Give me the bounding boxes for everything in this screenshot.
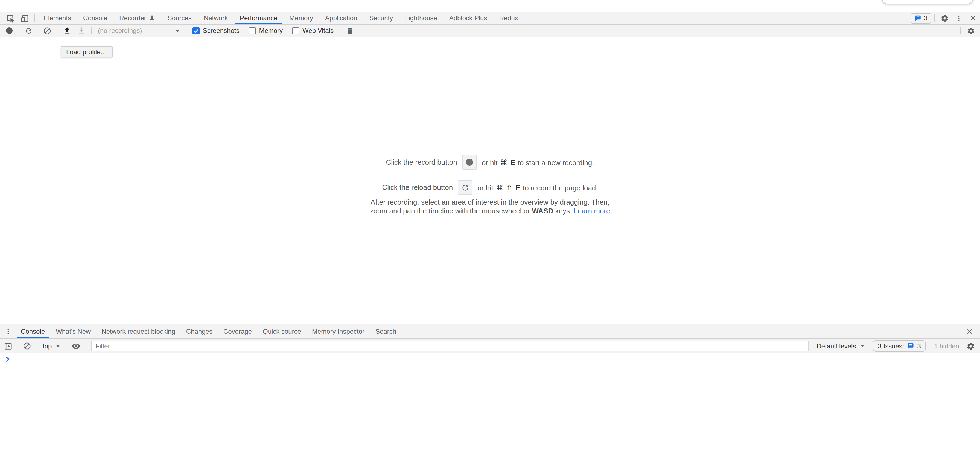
tab-adblock-plus[interactable]: Adblock Plus xyxy=(443,12,493,24)
close-devtools-icon[interactable] xyxy=(966,12,980,24)
clear-icon[interactable] xyxy=(40,25,54,37)
screenshots-checkbox-group[interactable]: Screenshots xyxy=(192,27,239,35)
tab-label: Application xyxy=(325,14,357,22)
record-button[interactable] xyxy=(2,25,16,37)
hidden-messages-count: 1 hidden xyxy=(934,342,959,350)
inspected-page-strip xyxy=(0,0,980,12)
reload-button-example xyxy=(458,180,473,195)
performance-panel: Click the record button or hit ⌘ E to st… xyxy=(0,37,980,324)
tab-redux[interactable]: Redux xyxy=(493,12,524,24)
divider xyxy=(929,342,929,350)
settings-gear-icon[interactable] xyxy=(937,12,951,24)
e-key: E xyxy=(515,183,520,192)
tab-console[interactable]: Console xyxy=(77,12,113,24)
tab-label: Network xyxy=(204,14,228,22)
live-expression-eye-icon[interactable] xyxy=(68,339,83,353)
tab-label: Quick source xyxy=(263,327,301,335)
empty-state-instructions: Click the record button or hit ⌘ E to st… xyxy=(0,155,980,215)
issues-button[interactable]: 3 xyxy=(911,13,931,23)
drawer-tab-network-request-blocking[interactable]: Network request blocking xyxy=(96,324,180,338)
divider xyxy=(186,27,186,35)
tab-label: Coverage xyxy=(223,327,252,335)
close-drawer-icon[interactable] xyxy=(963,324,977,338)
javascript-context-select[interactable]: top xyxy=(40,339,63,353)
drawer-tab-coverage[interactable]: Coverage xyxy=(218,324,257,338)
tab-label: Sources xyxy=(168,14,192,22)
shift-key-symbol: ⇧ xyxy=(506,183,512,192)
tab-label: Console xyxy=(21,327,45,335)
learn-more-link[interactable]: Learn more xyxy=(574,207,610,215)
inspect-element-icon[interactable] xyxy=(3,12,18,24)
more-options-kebab-icon[interactable] xyxy=(951,12,966,24)
chevron-down-icon xyxy=(56,345,60,347)
issues-count: 3 xyxy=(924,14,928,22)
tab-performance[interactable]: Performance xyxy=(234,12,283,24)
memory-checkbox[interactable] xyxy=(248,27,256,34)
e-key: E xyxy=(511,158,515,167)
recordings-select-value: (no recordings) xyxy=(98,27,142,35)
clear-console-icon[interactable] xyxy=(20,339,34,353)
tab-recorder[interactable]: Recorder xyxy=(113,12,162,24)
tab-application[interactable]: Application xyxy=(319,12,363,24)
chevron-down-icon xyxy=(175,29,180,32)
drawer-tab-quick-source[interactable]: Quick source xyxy=(257,324,307,338)
tab-label: Changes xyxy=(186,327,212,335)
record-instruction-line: Click the record button or hit ⌘ E to st… xyxy=(0,155,980,170)
record-instruction-pre: Click the record button xyxy=(386,158,457,166)
log-levels-select[interactable]: Default levels xyxy=(814,342,867,350)
chat-bubble-icon xyxy=(907,342,915,350)
garbage-collect-trash-icon[interactable] xyxy=(343,25,357,37)
console-issues-button[interactable]: 3 Issues: 3 xyxy=(873,340,926,352)
console-filter-input[interactable] xyxy=(91,341,809,351)
tab-label: Memory Inspector xyxy=(312,327,364,335)
issues-label: 3 Issues: xyxy=(878,342,904,350)
reload-instruction-post: or hit ⌘ ⇧ E to record the page load. xyxy=(477,183,598,192)
tab-label: Network request blocking xyxy=(102,327,175,335)
web-vitals-checkbox-group[interactable]: Web Vitals xyxy=(292,27,334,35)
levels-value: Default levels xyxy=(816,342,856,350)
drawer-tab-console[interactable]: Console xyxy=(15,324,50,338)
divider xyxy=(934,14,935,22)
divider xyxy=(86,342,86,350)
tab-label: What's New xyxy=(56,327,91,335)
issues-count: 3 xyxy=(917,342,921,350)
tab-lighthouse[interactable]: Lighthouse xyxy=(399,12,443,24)
tab-sources[interactable]: Sources xyxy=(162,12,198,24)
performance-toolbar: (no recordings) Screenshots Memory Web V… xyxy=(0,25,980,37)
tab-elements[interactable]: Elements xyxy=(38,12,77,24)
console-settings-gear-icon[interactable] xyxy=(964,339,978,353)
reload-instruction-line: Click the reload button or hit ⌘ ⇧ E to … xyxy=(0,180,980,195)
drawer-tab-changes[interactable]: Changes xyxy=(181,324,218,338)
console-prompt-row[interactable] xyxy=(0,354,980,371)
console-toolbar: top Default levels 3 Issues: 3 1 hidden xyxy=(0,339,980,354)
screenshots-checkbox[interactable] xyxy=(192,27,200,34)
drawer-tab-search[interactable]: Search xyxy=(370,324,402,338)
console-sidebar-icon[interactable] xyxy=(1,339,15,353)
drawer-kebab-icon[interactable] xyxy=(1,324,15,338)
device-toolbar-icon[interactable] xyxy=(18,12,32,24)
tab-memory[interactable]: Memory xyxy=(283,12,319,24)
record-instruction-post: or hit ⌘ E to start a new recording. xyxy=(482,158,594,167)
reload-instruction-pre: Click the reload button xyxy=(382,183,453,191)
load-profile-upload-icon[interactable] xyxy=(60,25,75,37)
console-prompt-chevron-icon xyxy=(5,356,11,362)
divider xyxy=(35,14,35,22)
console-messages-area[interactable] xyxy=(0,354,980,459)
tab-label: Memory xyxy=(289,14,313,22)
tab-security[interactable]: Security xyxy=(363,12,399,24)
tab-label: Adblock Plus xyxy=(449,14,487,22)
divider xyxy=(91,27,92,35)
usage-paragraph-line2: zoom and pan the timeline with the mouse… xyxy=(0,207,980,215)
drawer-tab-whats-new[interactable]: What's New xyxy=(50,324,96,338)
tab-label: Performance xyxy=(240,14,277,22)
memory-label: Memory xyxy=(259,27,283,35)
capture-settings-gear-icon[interactable] xyxy=(964,25,978,37)
memory-checkbox-group[interactable]: Memory xyxy=(248,27,283,35)
divider xyxy=(870,342,870,350)
tab-network[interactable]: Network xyxy=(198,12,234,24)
reload-and-record-button[interactable] xyxy=(21,25,35,37)
recordings-select[interactable]: (no recordings) xyxy=(95,25,183,37)
web-vitals-checkbox[interactable] xyxy=(292,27,299,34)
usage-paragraph: After recording, select an area of inter… xyxy=(0,198,980,215)
drawer-tab-memory-inspector[interactable]: Memory Inspector xyxy=(307,324,370,338)
